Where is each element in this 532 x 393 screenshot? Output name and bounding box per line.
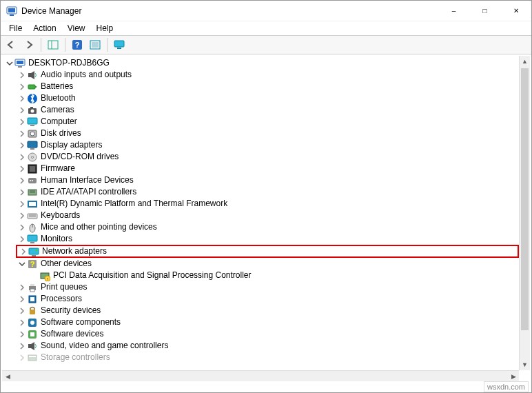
expand-arrow-icon[interactable] xyxy=(17,164,27,174)
category-label: Human Interface Devices xyxy=(41,174,134,186)
toolbar-separator xyxy=(41,38,41,52)
device-item[interactable]: !PCI Data Acquisition and Signal Process… xyxy=(30,270,519,281)
device-category-printer[interactable]: Print queues xyxy=(17,281,519,293)
expand-arrow-icon[interactable] xyxy=(17,283,27,292)
speaker-icon xyxy=(27,70,38,81)
window-title: Device Manager xyxy=(21,6,438,16)
svg-rect-38 xyxy=(29,202,36,206)
expand-arrow-icon[interactable] xyxy=(17,117,27,127)
scroll-left-icon[interactable]: ◀ xyxy=(2,371,13,382)
expand-arrow-icon[interactable] xyxy=(17,188,27,197)
back-button[interactable] xyxy=(3,37,19,52)
expand-arrow-icon[interactable] xyxy=(17,223,27,232)
scroll-right-icon[interactable]: ▶ xyxy=(508,371,519,382)
device-category-storage[interactable]: Storage controllers xyxy=(17,352,519,363)
svg-text:?: ? xyxy=(30,260,35,268)
device-label: PCI Data Acquisition and Signal Processi… xyxy=(53,270,251,281)
device-category-mouse[interactable]: Mice and other pointing devices xyxy=(17,221,519,233)
svg-point-32 xyxy=(30,180,31,181)
ide-icon xyxy=(27,187,38,198)
security-icon xyxy=(27,305,38,316)
sound-icon xyxy=(27,341,38,352)
printer-icon xyxy=(27,282,38,293)
expand-arrow-icon[interactable] xyxy=(17,234,27,244)
svg-rect-16 xyxy=(35,86,37,88)
device-category-keyboard[interactable]: Keyboards xyxy=(17,210,519,221)
category-label: Mice and other pointing devices xyxy=(41,221,157,233)
device-category-speaker[interactable]: Audio inputs and outputs xyxy=(17,69,519,81)
expand-arrow-icon[interactable] xyxy=(17,199,27,209)
device-category-swdev[interactable]: Software devices xyxy=(17,328,519,340)
expand-arrow-icon[interactable] xyxy=(17,94,27,103)
device-category-camera[interactable]: Cameras xyxy=(17,104,519,116)
device-category-ide[interactable]: IDE ATA/ATAPI controllers xyxy=(17,186,519,198)
device-category-battery[interactable]: Batteries xyxy=(17,81,519,92)
expand-arrow-icon[interactable] xyxy=(17,105,27,115)
svg-text:?: ? xyxy=(75,41,80,49)
help-button[interactable]: ? xyxy=(70,37,85,52)
scroll-thumb[interactable] xyxy=(521,68,529,330)
device-category-sound[interactable]: Sound, video and game controllers xyxy=(17,340,519,352)
display-icon xyxy=(27,140,38,151)
scroll-up-icon[interactable]: ▲ xyxy=(520,56,530,67)
toolbar-separator xyxy=(65,38,65,52)
minimize-button[interactable]: – xyxy=(438,1,469,21)
category-label: Firmware xyxy=(41,163,75,174)
expand-arrow-icon[interactable] xyxy=(17,353,27,363)
device-category-dvd[interactable]: DVD/CD-ROM drives xyxy=(17,151,519,163)
vertical-scrollbar[interactable]: ▲ ▼ xyxy=(519,56,530,370)
device-category-swcomp[interactable]: Software components xyxy=(17,316,519,328)
expand-arrow-icon[interactable] xyxy=(17,330,27,339)
device-category-firmware[interactable]: Firmware xyxy=(17,163,519,174)
expand-arrow-icon[interactable] xyxy=(17,82,27,92)
camera-icon xyxy=(27,105,38,116)
svg-rect-44 xyxy=(28,235,37,241)
maximize-button[interactable]: □ xyxy=(469,1,500,21)
expand-arrow-icon[interactable] xyxy=(17,318,27,328)
device-category-computer[interactable]: Computer xyxy=(17,116,519,128)
expand-arrow-icon[interactable] xyxy=(17,70,27,80)
menu-action[interactable]: Action xyxy=(28,22,61,34)
expand-arrow-icon[interactable] xyxy=(17,152,27,162)
device-category-bluetooth[interactable]: Bluetooth xyxy=(17,92,519,104)
menu-help[interactable]: Help xyxy=(91,22,119,34)
device-category-network[interactable]: Network adapters xyxy=(16,245,519,258)
device-category-other[interactable]: ?Other devices xyxy=(17,258,519,270)
expand-arrow-icon[interactable] xyxy=(17,259,27,269)
expand-arrow-icon[interactable] xyxy=(17,129,27,139)
show-hide-console-button[interactable] xyxy=(45,37,61,52)
svg-rect-14 xyxy=(28,73,31,77)
menu-view[interactable]: View xyxy=(62,22,91,34)
monitor-button[interactable] xyxy=(112,37,127,52)
expand-arrow-icon[interactable] xyxy=(17,176,27,185)
expand-arrow-icon[interactable] xyxy=(17,141,27,150)
device-category-display[interactable]: Display adapters xyxy=(17,139,519,151)
device-category-hid[interactable]: Human Interface Devices xyxy=(17,174,519,186)
tree-root-node[interactable]: DESKTOP-RDJB6GG xyxy=(5,57,519,69)
expand-arrow-icon[interactable] xyxy=(17,341,27,351)
device-category-processor[interactable]: Processors xyxy=(17,293,519,305)
device-category-security[interactable]: Security devices xyxy=(17,305,519,316)
device-category-monitor[interactable]: Monitors xyxy=(17,233,519,245)
computer-icon xyxy=(14,58,25,69)
titlebar: Device Manager – □ ✕ xyxy=(1,1,531,21)
horizontal-scrollbar[interactable]: ◀ ▶ xyxy=(2,370,519,381)
expand-arrow-icon[interactable] xyxy=(17,306,27,316)
category-label: Cameras xyxy=(41,104,74,116)
expand-arrow-icon[interactable] xyxy=(19,247,28,256)
category-label: Software components xyxy=(41,316,121,328)
device-category-disk[interactable]: Disk drives xyxy=(17,128,519,139)
pci-warn-icon: ! xyxy=(39,270,50,281)
svg-rect-66 xyxy=(29,356,36,357)
close-button[interactable]: ✕ xyxy=(500,1,531,21)
mouse-icon xyxy=(27,222,38,233)
scroll-down-icon[interactable]: ▼ xyxy=(520,359,530,370)
forward-button[interactable] xyxy=(21,37,37,52)
disk-icon xyxy=(27,128,38,139)
scan-hardware-button[interactable] xyxy=(88,37,103,52)
expand-arrow-icon[interactable] xyxy=(17,294,27,304)
expand-arrow-icon[interactable] xyxy=(17,211,27,221)
expand-arrow-icon[interactable] xyxy=(5,59,14,68)
menu-file[interactable]: File xyxy=(3,22,28,34)
device-category-intel[interactable]: Intel(R) Dynamic Platform and Thermal Fr… xyxy=(17,198,519,210)
